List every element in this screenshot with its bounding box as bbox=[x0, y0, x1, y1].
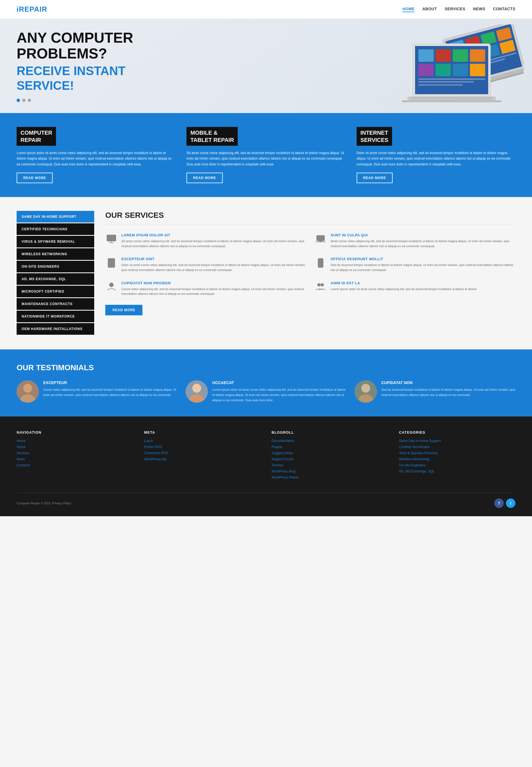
service-card-internet-btn[interactable]: READ MORE bbox=[357, 173, 393, 183]
laptop-icon bbox=[314, 233, 327, 245]
footer-blogroll-suggest[interactable]: Suggest Ideas bbox=[272, 451, 388, 455]
sidebar-item-9[interactable]: OEM HARDWARE INSTALLATIONS bbox=[17, 323, 94, 335]
footer-nav-about[interactable]: About bbox=[17, 445, 133, 449]
sidebar-item-6[interactable]: MICROSOFT CERTIFIED bbox=[17, 286, 94, 297]
service-item-0: LOREM IPSUM DOLOR SIT Sit amet conse cte… bbox=[105, 233, 306, 249]
service-card-mobile-btn[interactable]: READ MORE bbox=[186, 173, 222, 183]
hero-dots[interactable] bbox=[17, 99, 133, 102]
service-card-computer: COMPUTER REPAIR Lorem ipsum dolor sit am… bbox=[17, 127, 175, 183]
persons-icon bbox=[314, 281, 327, 293]
nav-home[interactable]: HOME bbox=[402, 7, 415, 12]
svg-point-50 bbox=[361, 384, 370, 393]
footer-blogroll-wpplanet[interactable]: WordPress Planet bbox=[272, 475, 388, 479]
testimonials-grid: EXCEPTEUR Conse ctetur adipiscing elit, … bbox=[17, 380, 515, 403]
twitter-icon[interactable]: t bbox=[506, 498, 515, 508]
testimonial-info-1: OCCAECAT Lorem ipsum dolor sit amet cons… bbox=[212, 380, 346, 403]
svg-point-41 bbox=[318, 283, 320, 286]
svg-rect-22 bbox=[453, 64, 468, 76]
our-services-read-more-btn[interactable]: READ MORE bbox=[105, 305, 142, 315]
our-services: OUR SERVICES LOREM IPSUM DOLOR SIT Sit a… bbox=[105, 211, 515, 336]
footer-meta-comments[interactable]: Comments RSS bbox=[144, 451, 260, 455]
footer-meta-login[interactable]: Log in bbox=[144, 439, 260, 443]
footer-nav-home[interactable]: Home bbox=[17, 439, 133, 443]
hero-section: ANY COMPUTER PROBLEMS? RECEIVE INSTANT S… bbox=[0, 19, 532, 113]
service-info-5: ANIM ID EST LA Lorem ipsum dolor sit ame… bbox=[331, 281, 477, 296]
testimonial-avatar-0 bbox=[17, 380, 39, 403]
nav-services[interactable]: SERVICES bbox=[445, 7, 465, 12]
service-item-3: OFFICIA DESERUNT MOLLIT Ded do eiusmod t… bbox=[314, 257, 515, 272]
service-item-4: CUPIDATAT NON PROIDEN Conse ctetur adipi… bbox=[105, 281, 306, 296]
sidebar-item-2[interactable]: VIRUS & SPYWARE REMOVAL bbox=[17, 236, 94, 247]
footer-cat-adms[interactable]: AD, MS Exchange, SQL bbox=[399, 469, 515, 473]
sidebar: SAME DAY IN-HOME SUPPORT CERTIFIED TECHN… bbox=[17, 211, 94, 336]
footer-blogroll-documentation[interactable]: Documentation bbox=[272, 439, 388, 443]
footer-nav-news[interactable]: News bbox=[17, 457, 133, 461]
nav-news[interactable]: NEWS bbox=[473, 7, 485, 12]
footer-cat-wireless[interactable]: Wireless Networking bbox=[399, 457, 515, 461]
footer-copyright: Computer Repair © 2015. Privacy Policy bbox=[17, 502, 71, 505]
footer-cat-certified[interactable]: Certified Technicians bbox=[399, 445, 515, 449]
sidebar-item-0[interactable]: SAME DAY IN-HOME SUPPORT bbox=[17, 211, 94, 223]
footer-col-navigation: NAVIGATION Home About Services News Cont… bbox=[17, 430, 133, 482]
svg-rect-17 bbox=[436, 49, 451, 62]
service-info-0: LOREM IPSUM DOLOR SIT Sit amet conse cte… bbox=[121, 233, 306, 249]
sidebar-item-8[interactable]: NATIONWIDE IT WORKFORCE bbox=[17, 311, 94, 322]
footer-cat-onsite[interactable]: On-site Engineers bbox=[399, 463, 515, 467]
footer-meta-wordpress[interactable]: WordPress.org bbox=[144, 457, 260, 461]
svg-rect-30 bbox=[107, 235, 116, 241]
svg-rect-18 bbox=[453, 49, 468, 62]
middle-section: SAME DAY IN-HOME SUPPORT CERTIFIED TECHN… bbox=[0, 197, 532, 349]
footer-meta-title: META bbox=[144, 430, 260, 434]
sidebar-item-1[interactable]: CERTIFIED TECHNICIANS bbox=[17, 223, 94, 235]
testimonial-info-2: CUPIDATAT NON Sed do eiusmod tempor inci… bbox=[381, 380, 515, 403]
testimonial-avatar-1 bbox=[186, 380, 208, 403]
header: iREPAIR HOME ABOUT SERVICES NEWS CONTACT… bbox=[0, 0, 532, 19]
sidebar-item-7[interactable]: MAINTENANCE CONTRACTS bbox=[17, 298, 94, 310]
footer-blogroll-plugins[interactable]: Plugins bbox=[272, 445, 388, 449]
svg-rect-16 bbox=[418, 49, 434, 62]
service-card-internet-body: Dolor sit amet conse ctetur adipiscing e… bbox=[357, 150, 515, 167]
footer-blogroll-themes[interactable]: Themes bbox=[272, 463, 388, 467]
service-item-2: EXCEPTEUR SINT Dolor sit amet conse ctet… bbox=[105, 257, 306, 272]
service-item-5: ANIM ID EST LA Lorem ipsum dolor sit ame… bbox=[314, 281, 515, 296]
laptop-illustration bbox=[396, 24, 524, 113]
hero-dot-2[interactable] bbox=[22, 99, 25, 102]
svg-rect-28 bbox=[402, 100, 502, 102]
person-icon bbox=[105, 281, 117, 293]
service-card-computer-btn[interactable]: READ MORE bbox=[17, 173, 53, 183]
testimonial-info-0: EXCEPTEUR Conse ctetur adipiscing elit, … bbox=[43, 380, 177, 403]
svg-rect-29 bbox=[410, 97, 493, 100]
logo[interactable]: iREPAIR bbox=[17, 5, 47, 14]
svg-point-37 bbox=[111, 265, 112, 267]
facebook-icon[interactable]: f bbox=[494, 498, 504, 508]
testimonials-title: OUR TESTIMONIALS bbox=[17, 363, 515, 372]
svg-rect-25 bbox=[418, 81, 474, 83]
sidebar-item-5[interactable]: AD, MS EXCHANGE, SQL bbox=[17, 273, 94, 285]
svg-rect-21 bbox=[436, 64, 451, 76]
hero-dot-1[interactable] bbox=[17, 99, 20, 102]
phone-icon bbox=[314, 257, 327, 269]
testimonial-1: OCCAECAT Lorem ipsum dolor sit amet cons… bbox=[186, 380, 346, 403]
logo-repair: REPAIR bbox=[19, 5, 47, 13]
svg-point-47 bbox=[192, 384, 201, 393]
footer-blogroll-title: BLOGROLL bbox=[272, 430, 388, 434]
nav-contacts[interactable]: CONTACTS bbox=[493, 7, 515, 12]
svg-point-44 bbox=[23, 384, 32, 393]
svg-rect-33 bbox=[317, 236, 324, 241]
service-card-computer-body: Lorem ipsum dolor sit amet conse ctetur … bbox=[17, 150, 175, 167]
footer-blogroll-support[interactable]: Support Forum bbox=[272, 457, 388, 461]
footer-nav-services[interactable]: Services bbox=[17, 451, 133, 455]
service-card-mobile: MOBILE & TABLET REPAIR Sit amet conse ct… bbox=[186, 127, 345, 183]
hero-laptops bbox=[396, 24, 524, 113]
footer-cat-virus[interactable]: Virus & Spyware Removal bbox=[399, 451, 515, 455]
footer-blogroll-wpblog[interactable]: WordPress Blog bbox=[272, 469, 388, 473]
footer-nav-contacts[interactable]: Contacts bbox=[17, 463, 133, 467]
nav-about[interactable]: ABOUT bbox=[422, 7, 437, 12]
footer-meta-entries[interactable]: Entries RSS bbox=[144, 445, 260, 449]
hero-dot-3[interactable] bbox=[28, 99, 31, 102]
sidebar-item-4[interactable]: ON-SITE ENGINEERS bbox=[17, 261, 94, 272]
footer-cat-sameday[interactable]: Same Day In-Home Support bbox=[399, 439, 515, 443]
footer-grid: NAVIGATION Home About Services News Cont… bbox=[17, 430, 515, 482]
sidebar-item-3[interactable]: WIRELESS NETWORKING bbox=[17, 248, 94, 260]
footer: NAVIGATION Home About Services News Cont… bbox=[0, 416, 532, 516]
